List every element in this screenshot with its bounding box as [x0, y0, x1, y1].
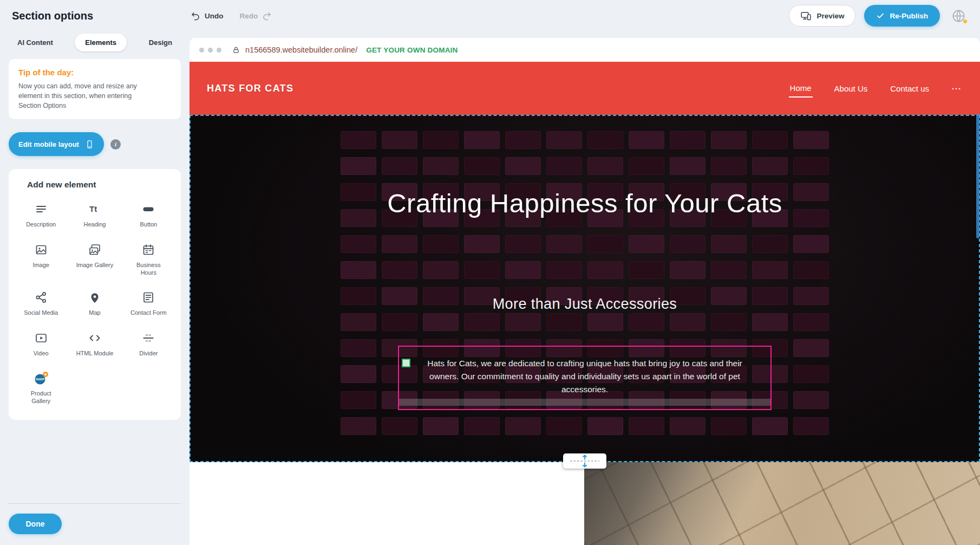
site-logo[interactable]: HATS FOR CATS — [207, 83, 293, 94]
browser-chrome: n1566589.websitebuilder.online/ GET YOUR… — [190, 38, 980, 62]
topbar-actions: Preview Re-Publish — [789, 5, 968, 27]
hero-tile — [341, 313, 376, 331]
republish-button[interactable]: Re-Publish — [864, 5, 940, 27]
element-item-contact-form[interactable]: Contact Form — [122, 290, 175, 316]
selection-handle[interactable] — [402, 359, 410, 367]
hero-tile — [423, 235, 459, 253]
hero-tile — [546, 313, 582, 331]
description-element-selection[interactable]: Hats for Cats, we are dedicated to craft… — [398, 346, 772, 410]
hero-tile — [546, 417, 582, 435]
map-icon — [88, 290, 101, 305]
next-section-floor-image — [584, 462, 980, 545]
hero-tile — [711, 313, 747, 331]
element-item-business-hours[interactable]: Business Hours — [122, 242, 175, 277]
phone-icon — [85, 140, 94, 149]
hero-tile — [711, 157, 747, 175]
hero-tile — [793, 339, 829, 357]
element-item-label: Business Hours — [128, 261, 168, 277]
hero-tile — [423, 157, 459, 175]
nav-home[interactable]: Home — [789, 80, 813, 98]
hero-tile — [587, 417, 623, 435]
hero-tile — [587, 131, 623, 149]
tab-elements[interactable]: Elements — [75, 34, 127, 51]
hero-tile — [464, 417, 500, 435]
section-resize-handle[interactable] — [563, 453, 606, 469]
button-icon — [142, 202, 155, 217]
hero-tile — [382, 313, 417, 331]
hero-tile — [587, 313, 623, 331]
hero-tile — [423, 261, 459, 279]
undo-button[interactable]: Undo — [191, 11, 224, 21]
hero-tile — [341, 235, 376, 253]
hero-subheading[interactable]: More than Just Accessories — [191, 296, 979, 313]
element-item-product-gallery[interactable]: SHOPProduct Gallery — [14, 371, 68, 405]
element-item-label: Button — [140, 220, 157, 228]
element-item-description[interactable]: Description — [14, 202, 68, 228]
element-item-button[interactable]: Button — [122, 202, 175, 228]
hero-heading[interactable]: Crafting Happiness for Your Cats — [336, 184, 834, 223]
hero-tile — [629, 235, 664, 253]
scrollbar-thumb[interactable] — [976, 114, 979, 238]
tab-design[interactable]: Design — [148, 34, 173, 51]
business-hours-icon — [142, 242, 155, 257]
hero-tile — [505, 131, 541, 149]
language-globe-button[interactable] — [949, 6, 968, 25]
video-icon — [35, 330, 48, 346]
social-media-icon — [35, 290, 48, 305]
element-item-heading[interactable]: TtHeading — [68, 202, 121, 228]
element-item-social-media[interactable]: Social Media — [14, 290, 68, 316]
site-url: n1566589.websitebuilder.online/ — [245, 46, 357, 54]
mobile-layout-row: Edit mobile layout — [9, 132, 181, 156]
hero-tile — [382, 235, 417, 253]
tip-title: Tip of the day: — [18, 68, 171, 77]
hero-tile — [670, 313, 705, 331]
hero-tile — [341, 339, 376, 357]
hero-tile — [629, 157, 664, 175]
get-domain-link[interactable]: GET YOUR OWN DOMAIN — [366, 46, 458, 54]
next-section — [190, 462, 980, 545]
tip-body: Now you can add, move and resize any ele… — [18, 81, 155, 111]
sidebar-divider — [9, 503, 181, 504]
element-item-image-gallery[interactable]: Image Gallery — [68, 242, 121, 277]
divider-icon — [142, 330, 155, 346]
hero-tile — [793, 313, 829, 331]
preview-button[interactable]: Preview — [789, 5, 855, 27]
undo-icon — [191, 11, 200, 21]
hero-tile — [670, 131, 705, 149]
edit-mobile-layout-button[interactable]: Edit mobile layout — [9, 132, 104, 156]
hero-tile — [587, 157, 623, 175]
product-gallery-icon: SHOP — [33, 371, 49, 386]
hero-tile — [546, 261, 582, 279]
nav-more[interactable]: ··· — [951, 80, 963, 97]
hero-tile — [423, 417, 459, 435]
element-item-html-module[interactable]: HTML Module — [68, 330, 121, 357]
element-item-label: Video — [34, 349, 49, 357]
nav-contact-us[interactable]: Contact us — [889, 80, 930, 97]
hero-tile — [464, 157, 500, 175]
hero-tile — [464, 313, 500, 331]
edit-mobile-label: Edit mobile layout — [18, 140, 79, 148]
element-item-map[interactable]: Map — [68, 290, 121, 316]
nav-about-us[interactable]: About Us — [833, 80, 869, 97]
hero-tile — [670, 157, 705, 175]
element-item-image[interactable]: Image — [14, 242, 68, 277]
done-button[interactable]: Done — [9, 514, 62, 534]
info-icon[interactable] — [110, 139, 121, 150]
page: { "topbar": { "title": "Section options"… — [0, 0, 980, 545]
redo-button[interactable]: Redo — [240, 11, 272, 21]
hero-tile — [793, 391, 829, 409]
hero-tile — [423, 313, 459, 331]
element-item-divider[interactable]: Divider — [122, 330, 175, 357]
notification-dot — [963, 20, 967, 23]
tab-ai-content[interactable]: AI Content — [16, 34, 54, 51]
element-item-video[interactable]: Video — [14, 330, 68, 357]
hero-tile — [793, 157, 829, 175]
element-item-label: Contact Form — [130, 309, 167, 316]
hero-tile — [382, 261, 417, 279]
element-item-label: Description — [26, 220, 56, 228]
html-module-icon — [88, 330, 101, 346]
add-element-title: Add new element — [14, 180, 175, 190]
hero-description[interactable]: Hats for Cats, we are dedicated to craft… — [413, 357, 756, 396]
hero-section[interactable]: Crafting Happiness for Your Cats More th… — [190, 115, 980, 462]
hero-tile — [752, 157, 788, 175]
